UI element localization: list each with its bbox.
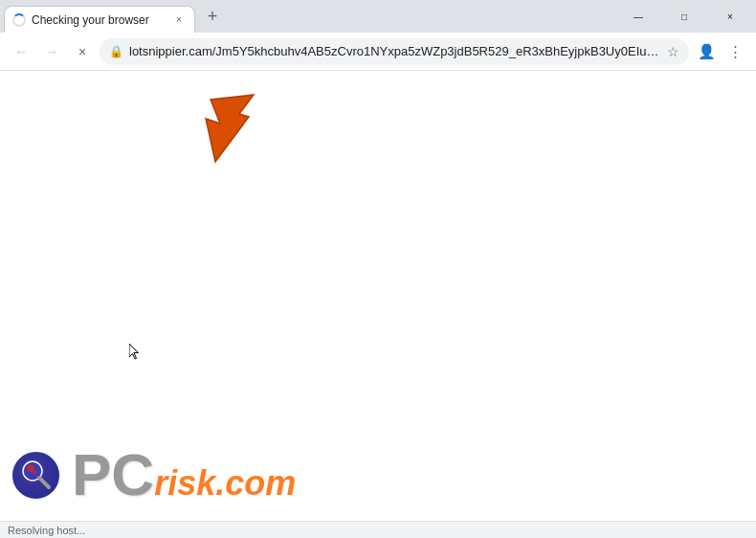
pcrisk-watermark: PC risk.com <box>10 448 296 502</box>
nav-bar: ← → × 🔒 lotsnippier.cam/Jm5Y5khcbuhv4AB5… <box>0 33 756 71</box>
stop-icon: × <box>78 44 86 59</box>
pcrisk-combined-text: PC risk.com <box>72 448 296 502</box>
window-controls: — □ × <box>616 0 756 33</box>
lock-icon: 🔒 <box>109 45 123 58</box>
tab-area: Checking your browser × + <box>0 0 616 33</box>
bookmark-star-icon[interactable]: ☆ <box>667 44 679 59</box>
status-text: Resolving host... <box>8 525 85 536</box>
close-button[interactable]: × <box>708 0 752 33</box>
menu-icon: ⋮ <box>728 43 743 60</box>
maximize-button[interactable]: □ <box>662 0 706 33</box>
status-bar: Resolving host... <box>0 521 756 538</box>
pcrisk-text: PC risk.com <box>72 448 296 502</box>
tab-spinner <box>12 13 26 27</box>
minimize-button[interactable]: — <box>616 0 660 33</box>
title-bar: Checking your browser × + — □ × <box>0 0 756 33</box>
pcrisk-pc-text: PC <box>72 448 154 502</box>
forward-icon: → <box>45 44 58 59</box>
tab-close-button[interactable]: × <box>171 12 187 28</box>
svg-point-3 <box>32 470 36 475</box>
nav-right-buttons: 👤 ⋮ <box>693 38 748 65</box>
forward-button[interactable]: → <box>38 38 65 65</box>
pcrisk-risk-text: risk.com <box>154 466 296 501</box>
new-tab-button[interactable]: + <box>199 3 226 30</box>
tab-title: Checking your browser <box>32 13 166 27</box>
content-area: PC risk.com <box>0 71 756 521</box>
address-text: lotsnippier.cam/Jm5Y5khcbuhv4AB5zCvro1NY… <box>129 44 661 58</box>
svg-marker-0 <box>206 95 254 162</box>
arrow-annotation <box>201 90 278 167</box>
pcrisk-logo <box>10 449 62 502</box>
svg-line-4 <box>39 478 49 487</box>
profile-button[interactable]: 👤 <box>693 38 720 65</box>
address-bar[interactable]: 🔒 lotsnippier.cam/Jm5Y5khcbuhv4AB5zCvro1… <box>100 38 689 65</box>
mouse-cursor <box>129 344 141 361</box>
menu-button[interactable]: ⋮ <box>722 38 748 65</box>
stop-button[interactable]: × <box>69 38 96 65</box>
profile-icon: 👤 <box>698 43 716 60</box>
back-button[interactable]: ← <box>8 38 34 65</box>
back-icon: ← <box>14 44 28 59</box>
active-tab[interactable]: Checking your browser × <box>4 6 195 33</box>
